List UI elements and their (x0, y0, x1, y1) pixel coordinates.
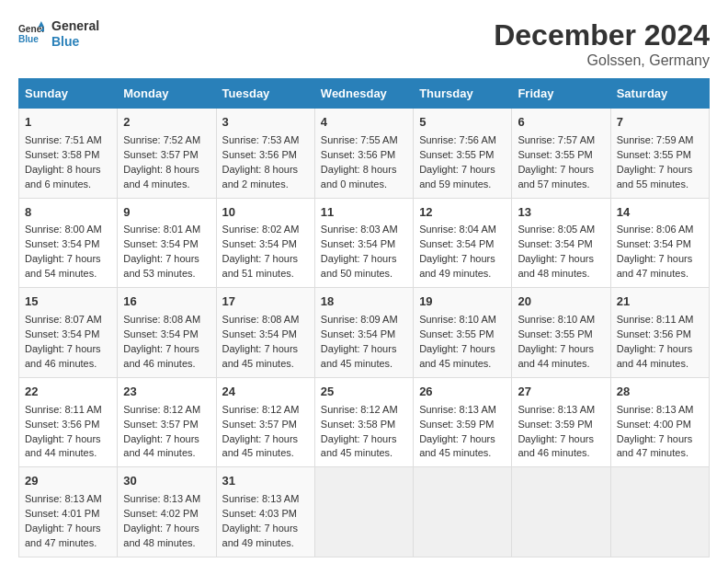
table-row: 5Sunrise: 7:56 AMSunset: 3:55 PMDaylight… (414, 109, 512, 199)
daylight-text: Daylight: 7 hours and 45 minutes. (419, 343, 495, 369)
sunset-text: Sunset: 3:57 PM (123, 149, 198, 160)
day-number: 28 (617, 384, 703, 401)
sunset-text: Sunset: 3:55 PM (617, 149, 691, 160)
table-row: 9Sunrise: 8:01 AMSunset: 3:54 PMDaylight… (118, 198, 216, 288)
sunrise-text: Sunrise: 7:52 AM (123, 134, 200, 145)
day-number: 15 (25, 293, 111, 311)
day-number: 6 (518, 114, 604, 132)
table-row: 21Sunrise: 8:11 AMSunset: 3:56 PMDayligh… (610, 288, 709, 378)
sunrise-text: Sunrise: 8:05 AM (518, 224, 595, 235)
day-number: 9 (123, 204, 210, 222)
sunrise-text: Sunrise: 8:12 AM (222, 404, 300, 415)
daylight-text: Daylight: 7 hours and 51 minutes. (222, 253, 299, 279)
day-number: 12 (419, 204, 506, 222)
sunset-text: Sunset: 3:54 PM (25, 238, 99, 249)
day-number: 3 (222, 114, 309, 132)
table-row: 26Sunrise: 8:13 AMSunset: 3:59 PMDayligh… (414, 377, 512, 467)
calendar-row-2: 8Sunrise: 8:00 AMSunset: 3:54 PMDaylight… (19, 198, 710, 288)
table-row: 1Sunrise: 7:51 AMSunset: 3:58 PMDaylight… (19, 109, 118, 199)
sunrise-text: Sunrise: 8:13 AM (25, 493, 102, 504)
table-row: 17Sunrise: 8:08 AMSunset: 3:54 PMDayligh… (216, 288, 314, 378)
table-row: 8Sunrise: 8:00 AMSunset: 3:54 PMDaylight… (19, 198, 118, 288)
sunrise-text: Sunrise: 8:01 AM (123, 224, 200, 235)
daylight-text: Daylight: 7 hours and 45 minutes. (321, 343, 397, 369)
logo-text-blue: Blue (51, 34, 99, 50)
day-number: 19 (419, 293, 506, 311)
sunrise-text: Sunrise: 8:08 AM (123, 314, 200, 325)
calendar-header-row: Sunday Monday Tuesday Wednesday Thursday… (19, 79, 710, 109)
daylight-text: Daylight: 8 hours and 6 minutes. (25, 164, 101, 190)
svg-text:Blue: Blue (18, 33, 39, 43)
table-row: 23Sunrise: 8:12 AMSunset: 3:57 PMDayligh… (118, 377, 216, 467)
sunset-text: Sunset: 4:02 PM (123, 508, 198, 519)
col-thursday: Thursday (414, 79, 512, 109)
sunrise-text: Sunrise: 8:10 AM (518, 314, 595, 325)
sunset-text: Sunset: 3:54 PM (222, 238, 297, 249)
table-row: 22Sunrise: 8:11 AMSunset: 3:56 PMDayligh… (19, 377, 118, 467)
sunrise-text: Sunrise: 7:56 AM (419, 134, 496, 145)
day-number: 29 (25, 473, 111, 490)
daylight-text: Daylight: 7 hours and 44 minutes. (123, 433, 199, 459)
day-number: 13 (518, 204, 604, 222)
sunrise-text: Sunrise: 8:13 AM (419, 404, 496, 415)
calendar-table: Sunday Monday Tuesday Wednesday Thursday… (18, 78, 710, 557)
sunrise-text: Sunrise: 8:08 AM (222, 314, 300, 325)
table-row (314, 467, 413, 557)
table-row: 2Sunrise: 7:52 AMSunset: 3:57 PMDaylight… (118, 109, 216, 199)
sunrise-text: Sunrise: 8:13 AM (123, 493, 200, 504)
logo: General Blue General Blue (18, 18, 99, 50)
sunset-text: Sunset: 3:55 PM (419, 149, 494, 160)
sunrise-text: Sunrise: 8:03 AM (321, 224, 398, 235)
day-number: 20 (518, 293, 604, 311)
day-number: 21 (617, 293, 703, 311)
daylight-text: Daylight: 8 hours and 2 minutes. (222, 164, 299, 190)
table-row: 31Sunrise: 8:13 AMSunset: 4:03 PMDayligh… (216, 467, 314, 557)
sunset-text: Sunset: 3:59 PM (419, 419, 494, 430)
daylight-text: Daylight: 7 hours and 46 minutes. (123, 343, 199, 369)
daylight-text: Daylight: 7 hours and 53 minutes. (123, 253, 199, 279)
daylight-text: Daylight: 7 hours and 48 minutes. (518, 253, 594, 279)
table-row: 12Sunrise: 8:04 AMSunset: 3:54 PMDayligh… (414, 198, 512, 288)
sunset-text: Sunset: 3:56 PM (25, 419, 99, 430)
sunrise-text: Sunrise: 8:13 AM (617, 404, 694, 415)
table-row: 30Sunrise: 8:13 AMSunset: 4:02 PMDayligh… (118, 467, 216, 557)
sunrise-text: Sunrise: 8:11 AM (617, 314, 694, 325)
daylight-text: Daylight: 7 hours and 57 minutes. (518, 164, 594, 190)
daylight-text: Daylight: 7 hours and 47 minutes. (617, 253, 693, 279)
col-sunday: Sunday (19, 79, 118, 109)
day-number: 23 (123, 384, 210, 401)
daylight-text: Daylight: 7 hours and 54 minutes. (25, 253, 101, 279)
logo-text-general: General (51, 18, 99, 34)
col-friday: Friday (512, 79, 610, 109)
col-monday: Monday (118, 79, 216, 109)
col-tuesday: Tuesday (216, 79, 314, 109)
daylight-text: Daylight: 8 hours and 0 minutes. (321, 164, 397, 190)
sunset-text: Sunset: 3:54 PM (123, 328, 198, 339)
sunrise-text: Sunrise: 7:51 AM (25, 134, 102, 145)
sunrise-text: Sunrise: 8:10 AM (419, 314, 496, 325)
location-title: Golssen, Germany (494, 52, 710, 69)
daylight-text: Daylight: 7 hours and 50 minutes. (321, 253, 397, 279)
table-row: 7Sunrise: 7:59 AMSunset: 3:55 PMDaylight… (610, 109, 709, 199)
daylight-text: Daylight: 7 hours and 45 minutes. (222, 433, 299, 459)
table-row (512, 467, 610, 557)
sunrise-text: Sunrise: 8:09 AM (321, 314, 398, 325)
sunrise-text: Sunrise: 8:12 AM (321, 404, 398, 415)
daylight-text: Daylight: 7 hours and 46 minutes. (25, 343, 101, 369)
table-row: 29Sunrise: 8:13 AMSunset: 4:01 PMDayligh… (19, 467, 118, 557)
sunset-text: Sunset: 4:03 PM (222, 508, 297, 519)
title-area: December 2024 Golssen, Germany (494, 18, 710, 69)
daylight-text: Daylight: 7 hours and 59 minutes. (419, 164, 495, 190)
sunset-text: Sunset: 3:56 PM (617, 328, 691, 339)
daylight-text: Daylight: 7 hours and 49 minutes. (419, 253, 495, 279)
daylight-text: Daylight: 7 hours and 45 minutes. (321, 433, 397, 459)
sunset-text: Sunset: 3:59 PM (518, 419, 592, 430)
daylight-text: Daylight: 7 hours and 47 minutes. (25, 523, 101, 548)
sunrise-text: Sunrise: 8:13 AM (518, 404, 595, 415)
table-row: 6Sunrise: 7:57 AMSunset: 3:55 PMDaylight… (512, 109, 610, 199)
table-row: 19Sunrise: 8:10 AMSunset: 3:55 PMDayligh… (414, 288, 512, 378)
sunset-text: Sunset: 3:54 PM (321, 238, 395, 249)
sunset-text: Sunset: 3:57 PM (222, 419, 297, 430)
sunset-text: Sunset: 3:57 PM (123, 419, 198, 430)
day-number: 24 (222, 384, 309, 401)
